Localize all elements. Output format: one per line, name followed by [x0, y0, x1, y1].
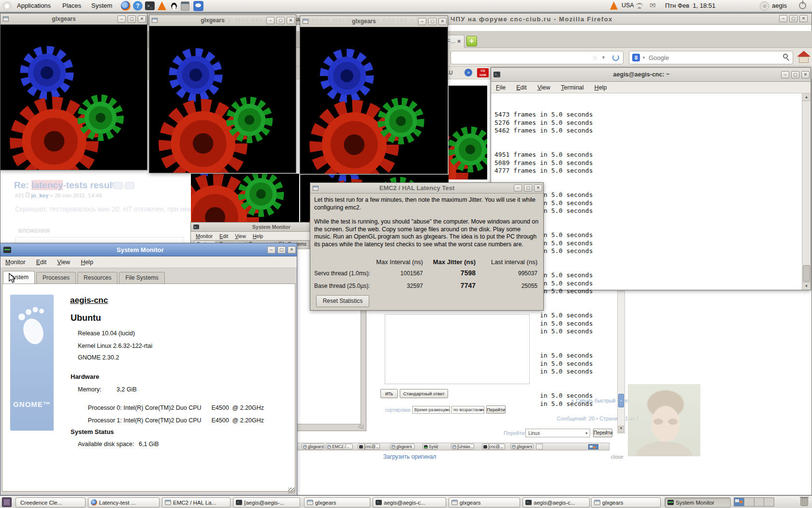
terminal-titlebar[interactable]: >_ aegis@aegis-cnc: ~ – ▢ ✕ — [491, 68, 811, 82]
menu-file[interactable]: File — [496, 84, 506, 91]
bookmark-cqham-badge[interactable]: CQ НАМ — [477, 68, 489, 77]
minimize-icon[interactable]: – — [514, 184, 522, 192]
close-icon[interactable]: ✕ — [138, 15, 146, 23]
minimize-icon[interactable]: – — [117, 15, 126, 23]
power-icon[interactable] — [799, 2, 806, 9]
bookmark-chevron-badge-icon[interactable]: » — [464, 69, 472, 76]
taskbar-button-glxgears-1[interactable]: glxgears — [304, 497, 370, 508]
search-input[interactable] — [649, 53, 769, 62]
taskbar-button-firefox[interactable]: Latency-test ... — [88, 497, 160, 508]
maximize-icon[interactable]: ▢ — [277, 246, 286, 254]
post-link-badge-icon[interactable] — [113, 182, 123, 189]
glxgears-titlebar[interactable]: glxgears – ▢ ✕ — [300, 16, 448, 27]
mini-menu-edit[interactable]: Edit — [219, 233, 228, 239]
workspace-2[interactable] — [744, 498, 754, 506]
mini-menu-monitor[interactable]: Monitor — [196, 233, 213, 239]
firefox-launcher-icon[interactable] — [121, 1, 130, 11]
mini-sysmon-resize-grip[interactable] — [358, 424, 364, 429]
reset-statistics-button[interactable]: Reset Statistics — [316, 295, 369, 307]
calculator-launcher-icon[interactable] — [181, 1, 189, 11]
workspace-1[interactable] — [734, 498, 744, 506]
keyboard-layout[interactable]: USA — [622, 2, 634, 9]
maximize-icon[interactable]: ▢ — [524, 184, 532, 192]
maximize-icon[interactable]: ▢ — [428, 18, 436, 25]
minimize-icon[interactable]: – — [418, 18, 426, 25]
taskbar-button-terminal-3[interactable]: >_ aegis@aegis-c... — [522, 497, 590, 508]
tab-processes[interactable]: Processes — [36, 272, 76, 284]
sysmon-titlebar[interactable]: System Monitor – ▢ ✕ — [0, 243, 297, 256]
user-avatar-icon[interactable] — [760, 1, 769, 11]
refresh-icon[interactable] — [612, 54, 619, 61]
vlc-launcher-icon[interactable] — [158, 1, 166, 10]
menu-help[interactable]: Help — [81, 259, 93, 266]
menu-applications[interactable]: Applications — [17, 2, 51, 9]
download-original-link[interactable]: Загрузить оригинал — [383, 453, 436, 460]
username[interactable]: aegis — [772, 2, 787, 9]
jump-select[interactable]: Linux▼ — [525, 429, 590, 437]
menu-terminal[interactable]: Terminal — [561, 84, 584, 91]
maximize-icon[interactable]: ▢ — [789, 15, 798, 22]
close-icon[interactable]: ✕ — [438, 18, 447, 25]
tray-vlc-icon[interactable] — [610, 1, 618, 10]
close-icon[interactable]: ✕ — [534, 184, 542, 192]
glxgears-titlebar[interactable]: glxgears – ▢ ✕ — [0, 14, 147, 25]
new-tab-button[interactable]: + — [466, 36, 477, 46]
trash-icon[interactable] — [800, 498, 808, 506]
emc2-titlebar[interactable]: EMC2 / HAL Latency Test – ▢ ✕ — [310, 183, 543, 194]
scroll-down-icon[interactable]: ▼ — [802, 282, 811, 290]
tab-system[interactable]: System — [3, 271, 35, 284]
taskbar-button-emc2[interactable]: EMC2 / HAL La... — [162, 497, 231, 508]
chat-launcher-icon[interactable] — [193, 1, 203, 11]
mini-menu-help[interactable]: Help — [253, 233, 263, 239]
post-author[interactable]: jo_key — [31, 193, 49, 198]
scroll-up-icon[interactable]: ▲ — [802, 93, 811, 101]
search-box[interactable]: 8 ▼ — [629, 51, 793, 64]
terminal-launcher-icon[interactable]: >_ — [145, 1, 155, 10]
scrollbar-down-icon[interactable]: ▼ — [618, 426, 624, 433]
close-icon[interactable]: ✕ — [287, 17, 295, 24]
terminal-scrollbar[interactable]: ▲ ▼ — [802, 93, 811, 290]
search-engine-dropdown-icon[interactable]: ▼ — [642, 56, 646, 60]
taskbar-button-glxgears-2[interactable]: glxgears — [449, 497, 520, 508]
url-dropdown-icon[interactable]: ▼ — [601, 55, 606, 60]
close-icon[interactable]: ✕ — [288, 246, 296, 254]
menu-edit[interactable]: Edit — [36, 259, 47, 266]
tab-filesystems[interactable]: File Systems — [119, 272, 165, 284]
taskbar-button-sysmon[interactable]: System Monitor — [665, 497, 731, 508]
penguin-launcher-icon[interactable] — [169, 1, 179, 11]
minimize-icon[interactable]: – — [267, 246, 276, 254]
menu-places[interactable]: Places — [62, 2, 81, 9]
taskbar-button-terminal-1[interactable]: >_ [aegis@aegis-... — [233, 497, 300, 508]
taskbar-button-vlc[interactable]: Creedence Cle... — [15, 497, 86, 508]
tab-resources[interactable]: Resources — [77, 272, 117, 284]
help-launcher-icon[interactable]: ? — [133, 1, 143, 11]
taskbar-button-terminal-2[interactable]: >_ aegis@aegis-c... — [373, 497, 446, 508]
submit-button[interactable]: ить — [380, 389, 398, 398]
close-icon[interactable]: ✕ — [799, 15, 808, 22]
network-icon[interactable] — [636, 3, 643, 9]
workspace-3[interactable] — [754, 498, 764, 506]
maximize-icon[interactable]: ▢ — [128, 15, 136, 23]
menu-monitor[interactable]: Monitor — [5, 259, 26, 266]
google-icon[interactable]: 8 — [632, 54, 640, 61]
standard-reply-button[interactable]: Стандартный ответ — [400, 389, 448, 398]
menu-edit[interactable]: Edit — [516, 84, 527, 91]
workspace-switcher[interactable] — [734, 497, 774, 507]
scrollbar-thumb[interactable] — [803, 265, 810, 282]
workspace-4[interactable] — [764, 498, 774, 506]
glxgears-titlebar[interactable]: glxgears – ▢ ✕ — [149, 15, 296, 26]
mini-menu-view[interactable]: View — [235, 233, 246, 239]
lightbox-close-link[interactable]: close — [611, 454, 624, 460]
mail-icon[interactable]: ✉ — [650, 1, 656, 10]
clock[interactable]: Птн Фев 1, 18:51 — [665, 2, 715, 9]
maximize-icon[interactable]: ▢ — [276, 17, 285, 24]
jump-go-button[interactable]: Перейти — [593, 429, 612, 437]
tab-close-icon[interactable]: ✖ — [457, 39, 461, 44]
menu-view[interactable]: View — [57, 259, 70, 266]
maximize-icon[interactable]: ▢ — [791, 71, 799, 78]
url-bar[interactable]: ☆ ▼ — [450, 51, 624, 64]
menu-system[interactable]: System — [91, 2, 112, 9]
close-icon[interactable]: ✕ — [801, 71, 810, 78]
sort-dir-select[interactable]: по возрастанию▼ — [451, 406, 484, 414]
minimize-icon[interactable]: – — [266, 17, 275, 24]
